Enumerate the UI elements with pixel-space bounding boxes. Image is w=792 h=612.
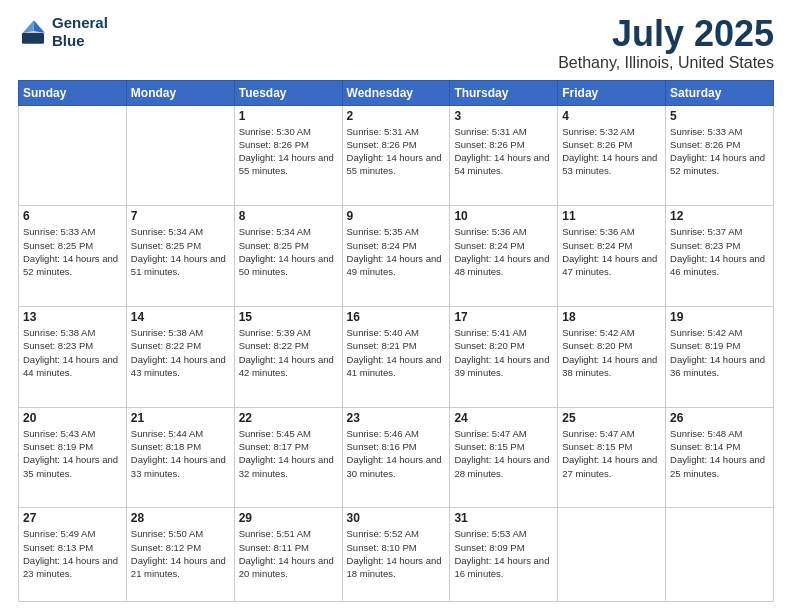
logo-icon <box>18 17 48 47</box>
day-info: Sunrise: 5:49 AM Sunset: 8:13 PM Dayligh… <box>23 527 122 580</box>
day-number: 27 <box>23 511 122 525</box>
calendar-body: 1Sunrise: 5:30 AM Sunset: 8:26 PM Daylig… <box>19 105 774 601</box>
day-info: Sunrise: 5:37 AM Sunset: 8:23 PM Dayligh… <box>670 225 769 278</box>
calendar-cell: 20Sunrise: 5:43 AM Sunset: 8:19 PM Dayli… <box>19 407 127 508</box>
day-number: 9 <box>347 209 446 223</box>
calendar-cell: 29Sunrise: 5:51 AM Sunset: 8:11 PM Dayli… <box>234 508 342 602</box>
day-number: 25 <box>562 411 661 425</box>
calendar-cell <box>19 105 127 206</box>
day-number: 1 <box>239 109 338 123</box>
day-number: 28 <box>131 511 230 525</box>
day-number: 30 <box>347 511 446 525</box>
calendar-cell: 2Sunrise: 5:31 AM Sunset: 8:26 PM Daylig… <box>342 105 450 206</box>
day-info: Sunrise: 5:42 AM Sunset: 8:19 PM Dayligh… <box>670 326 769 379</box>
calendar-cell <box>126 105 234 206</box>
title-block: July 2025 Bethany, Illinois, United Stat… <box>558 14 774 72</box>
week-row-1: 1Sunrise: 5:30 AM Sunset: 8:26 PM Daylig… <box>19 105 774 206</box>
calendar-cell <box>558 508 666 602</box>
calendar-cell: 26Sunrise: 5:48 AM Sunset: 8:14 PM Dayli… <box>666 407 774 508</box>
day-number: 11 <box>562 209 661 223</box>
calendar-cell: 30Sunrise: 5:52 AM Sunset: 8:10 PM Dayli… <box>342 508 450 602</box>
day-number: 24 <box>454 411 553 425</box>
logo-text: General Blue <box>52 14 108 50</box>
days-of-week-row: SundayMondayTuesdayWednesdayThursdayFrid… <box>19 80 774 105</box>
calendar-cell: 17Sunrise: 5:41 AM Sunset: 8:20 PM Dayli… <box>450 307 558 408</box>
svg-marker-1 <box>23 20 34 33</box>
day-number: 23 <box>347 411 446 425</box>
day-info: Sunrise: 5:35 AM Sunset: 8:24 PM Dayligh… <box>347 225 446 278</box>
day-info: Sunrise: 5:38 AM Sunset: 8:22 PM Dayligh… <box>131 326 230 379</box>
day-number: 17 <box>454 310 553 324</box>
svg-marker-0 <box>34 20 45 33</box>
page: General Blue July 2025 Bethany, Illinois… <box>0 0 792 612</box>
calendar-cell: 15Sunrise: 5:39 AM Sunset: 8:22 PM Dayli… <box>234 307 342 408</box>
day-number: 31 <box>454 511 553 525</box>
day-info: Sunrise: 5:48 AM Sunset: 8:14 PM Dayligh… <box>670 427 769 480</box>
day-number: 6 <box>23 209 122 223</box>
calendar-cell: 5Sunrise: 5:33 AM Sunset: 8:26 PM Daylig… <box>666 105 774 206</box>
day-header-saturday: Saturday <box>666 80 774 105</box>
day-info: Sunrise: 5:38 AM Sunset: 8:23 PM Dayligh… <box>23 326 122 379</box>
calendar-cell: 14Sunrise: 5:38 AM Sunset: 8:22 PM Dayli… <box>126 307 234 408</box>
calendar-cell: 8Sunrise: 5:34 AM Sunset: 8:25 PM Daylig… <box>234 206 342 307</box>
calendar-cell: 3Sunrise: 5:31 AM Sunset: 8:26 PM Daylig… <box>450 105 558 206</box>
day-info: Sunrise: 5:53 AM Sunset: 8:09 PM Dayligh… <box>454 527 553 580</box>
day-header-sunday: Sunday <box>19 80 127 105</box>
week-row-4: 20Sunrise: 5:43 AM Sunset: 8:19 PM Dayli… <box>19 407 774 508</box>
day-info: Sunrise: 5:45 AM Sunset: 8:17 PM Dayligh… <box>239 427 338 480</box>
day-number: 13 <box>23 310 122 324</box>
day-number: 15 <box>239 310 338 324</box>
calendar-cell: 27Sunrise: 5:49 AM Sunset: 8:13 PM Dayli… <box>19 508 127 602</box>
day-number: 3 <box>454 109 553 123</box>
day-info: Sunrise: 5:31 AM Sunset: 8:26 PM Dayligh… <box>454 125 553 178</box>
calendar-cell: 9Sunrise: 5:35 AM Sunset: 8:24 PM Daylig… <box>342 206 450 307</box>
calendar-cell: 13Sunrise: 5:38 AM Sunset: 8:23 PM Dayli… <box>19 307 127 408</box>
calendar-cell: 1Sunrise: 5:30 AM Sunset: 8:26 PM Daylig… <box>234 105 342 206</box>
calendar-table: SundayMondayTuesdayWednesdayThursdayFrid… <box>18 80 774 602</box>
day-info: Sunrise: 5:39 AM Sunset: 8:22 PM Dayligh… <box>239 326 338 379</box>
day-info: Sunrise: 5:30 AM Sunset: 8:26 PM Dayligh… <box>239 125 338 178</box>
calendar-cell: 4Sunrise: 5:32 AM Sunset: 8:26 PM Daylig… <box>558 105 666 206</box>
day-info: Sunrise: 5:41 AM Sunset: 8:20 PM Dayligh… <box>454 326 553 379</box>
day-number: 5 <box>670 109 769 123</box>
day-number: 14 <box>131 310 230 324</box>
day-number: 26 <box>670 411 769 425</box>
calendar-cell: 7Sunrise: 5:34 AM Sunset: 8:25 PM Daylig… <box>126 206 234 307</box>
calendar-header: SundayMondayTuesdayWednesdayThursdayFrid… <box>19 80 774 105</box>
day-info: Sunrise: 5:50 AM Sunset: 8:12 PM Dayligh… <box>131 527 230 580</box>
day-number: 29 <box>239 511 338 525</box>
day-info: Sunrise: 5:44 AM Sunset: 8:18 PM Dayligh… <box>131 427 230 480</box>
day-info: Sunrise: 5:47 AM Sunset: 8:15 PM Dayligh… <box>562 427 661 480</box>
day-info: Sunrise: 5:43 AM Sunset: 8:19 PM Dayligh… <box>23 427 122 480</box>
day-number: 21 <box>131 411 230 425</box>
day-header-friday: Friday <box>558 80 666 105</box>
day-info: Sunrise: 5:36 AM Sunset: 8:24 PM Dayligh… <box>562 225 661 278</box>
day-number: 7 <box>131 209 230 223</box>
calendar-cell: 19Sunrise: 5:42 AM Sunset: 8:19 PM Dayli… <box>666 307 774 408</box>
subtitle: Bethany, Illinois, United States <box>558 54 774 72</box>
day-info: Sunrise: 5:33 AM Sunset: 8:26 PM Dayligh… <box>670 125 769 178</box>
week-row-5: 27Sunrise: 5:49 AM Sunset: 8:13 PM Dayli… <box>19 508 774 602</box>
calendar-cell: 28Sunrise: 5:50 AM Sunset: 8:12 PM Dayli… <box>126 508 234 602</box>
svg-rect-2 <box>22 33 44 44</box>
day-number: 4 <box>562 109 661 123</box>
week-row-3: 13Sunrise: 5:38 AM Sunset: 8:23 PM Dayli… <box>19 307 774 408</box>
day-info: Sunrise: 5:40 AM Sunset: 8:21 PM Dayligh… <box>347 326 446 379</box>
calendar-cell: 25Sunrise: 5:47 AM Sunset: 8:15 PM Dayli… <box>558 407 666 508</box>
calendar-cell: 23Sunrise: 5:46 AM Sunset: 8:16 PM Dayli… <box>342 407 450 508</box>
calendar-cell: 6Sunrise: 5:33 AM Sunset: 8:25 PM Daylig… <box>19 206 127 307</box>
main-title: July 2025 <box>558 14 774 54</box>
day-number: 2 <box>347 109 446 123</box>
calendar-cell: 12Sunrise: 5:37 AM Sunset: 8:23 PM Dayli… <box>666 206 774 307</box>
logo: General Blue <box>18 14 108 50</box>
header: General Blue July 2025 Bethany, Illinois… <box>18 14 774 72</box>
week-row-2: 6Sunrise: 5:33 AM Sunset: 8:25 PM Daylig… <box>19 206 774 307</box>
day-number: 18 <box>562 310 661 324</box>
day-info: Sunrise: 5:46 AM Sunset: 8:16 PM Dayligh… <box>347 427 446 480</box>
day-number: 16 <box>347 310 446 324</box>
logo-line1: General <box>52 14 108 32</box>
day-number: 10 <box>454 209 553 223</box>
day-info: Sunrise: 5:42 AM Sunset: 8:20 PM Dayligh… <box>562 326 661 379</box>
calendar-cell: 10Sunrise: 5:36 AM Sunset: 8:24 PM Dayli… <box>450 206 558 307</box>
calendar-cell: 22Sunrise: 5:45 AM Sunset: 8:17 PM Dayli… <box>234 407 342 508</box>
